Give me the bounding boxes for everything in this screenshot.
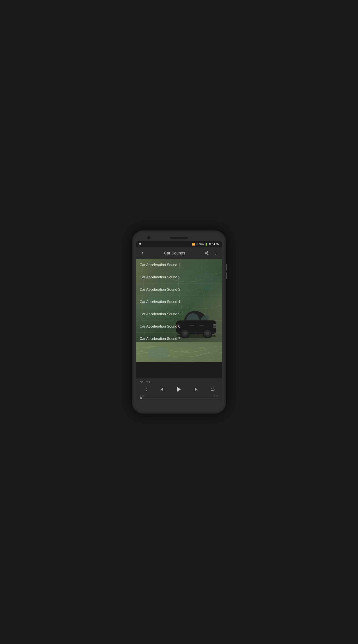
status-right: 📶 .ıll 30% 🔋 12:14 PM <box>192 243 219 246</box>
share-button[interactable] <box>202 249 211 258</box>
svg-line-3 <box>206 253 207 254</box>
time-total: 0:00 <box>214 395 218 397</box>
track-item-2[interactable]: Car Acceleration Sound 2 <box>136 271 222 284</box>
more-options-button[interactable] <box>211 249 220 258</box>
phone-screen: 🖼 📶 .ıll 30% 🔋 12:14 PM Car Sounds <box>136 241 222 400</box>
track-item-7[interactable]: Car Acceleration Sound 7 <box>136 333 222 342</box>
svg-point-7 <box>215 254 216 254</box>
track-item-4[interactable]: Car Acceleration Sound 4 <box>136 296 222 308</box>
clock: 12:14 PM <box>209 243 219 246</box>
prev-button[interactable] <box>158 386 165 393</box>
track-item-1[interactable]: Car Acceleration Sound 1 <box>136 259 222 271</box>
player-track-name: No Track <box>140 380 218 384</box>
status-bar: 🖼 📶 .ıll 30% 🔋 12:14 PM <box>136 241 222 247</box>
bottom-map-image: Smolensk Brjansk MINSK Kaluga Tula <box>136 342 222 362</box>
svg-point-6 <box>215 253 216 253</box>
svg-point-32 <box>147 347 170 358</box>
svg-point-1 <box>205 253 206 254</box>
player-bar: No Track <box>136 378 222 400</box>
status-left: 🖼 <box>139 243 141 246</box>
app-bar: Car Sounds <box>136 247 222 259</box>
battery-icon: 🔋 <box>205 243 208 246</box>
hero-section: Car Acceleration Sound 1 Car Acceleratio… <box>136 259 222 342</box>
player-controls <box>140 385 218 394</box>
svg-text:Tula: Tula <box>208 352 211 354</box>
track-list: Car Acceleration Sound 1 Car Acceleratio… <box>136 259 222 342</box>
signal-bars: .ıll <box>196 243 198 246</box>
svg-marker-26 <box>161 388 163 391</box>
track-item-5[interactable]: Car Acceleration Sound 5 <box>136 308 222 320</box>
repeat-button[interactable] <box>209 386 216 393</box>
svg-marker-29 <box>195 388 197 391</box>
time-current: 0:00 <box>140 395 144 397</box>
svg-point-5 <box>215 252 216 252</box>
battery-percent: 30% <box>199 243 204 246</box>
svg-text:Kaluga: Kaluga <box>199 346 205 349</box>
player-times: 0:00 0:00 <box>140 395 218 397</box>
top-speaker <box>170 237 188 238</box>
svg-text:Smolensk: Smolensk <box>147 346 156 348</box>
next-button[interactable] <box>193 386 200 393</box>
content-area: Car Acceleration Sound 1 Car Acceleratio… <box>136 259 222 400</box>
track-item-6[interactable]: Car Acceleration Sound 6 <box>136 320 222 333</box>
side-buttons <box>226 264 227 279</box>
volume-up-button[interactable] <box>226 264 227 270</box>
front-camera <box>147 236 150 239</box>
svg-point-2 <box>207 254 208 255</box>
svg-line-4 <box>206 252 207 253</box>
svg-marker-28 <box>177 387 181 392</box>
progress-bar[interactable] <box>140 398 218 398</box>
signal-icon: 📶 <box>192 243 195 246</box>
page-title: Car Sounds <box>147 251 202 256</box>
track-item-3[interactable]: Car Acceleration Sound 3 <box>136 284 222 296</box>
phone-top <box>136 234 222 241</box>
phone-device: 🖼 📶 .ıll 30% 🔋 12:14 PM Car Sounds <box>132 230 226 414</box>
progress-dot <box>140 397 142 399</box>
svg-point-0 <box>207 252 208 253</box>
play-button[interactable] <box>175 385 183 394</box>
svg-text:MINSK: MINSK <box>138 350 145 352</box>
svg-text:Brjansk: Brjansk <box>181 350 188 352</box>
notification-icon: 🖼 <box>139 243 141 246</box>
volume-down-button[interactable] <box>226 272 227 279</box>
shuffle-button[interactable] <box>142 386 149 393</box>
back-button[interactable] <box>138 249 147 258</box>
